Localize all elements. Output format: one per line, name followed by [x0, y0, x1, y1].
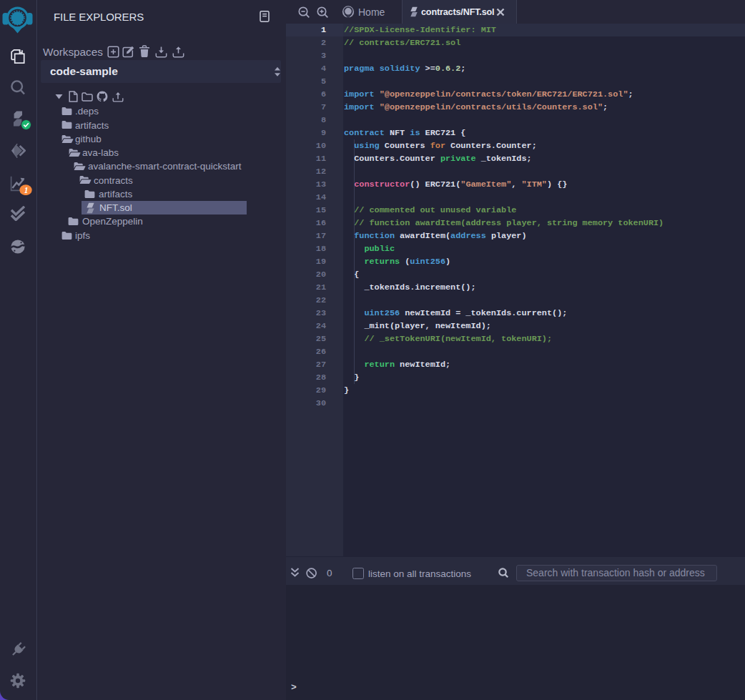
svg-text:1: 1 — [24, 185, 29, 194]
